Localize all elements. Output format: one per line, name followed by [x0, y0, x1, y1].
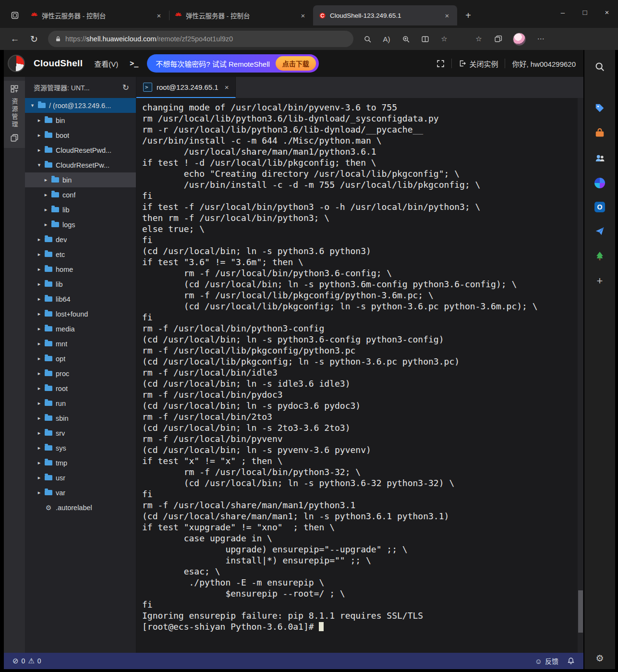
menu-view[interactable]: 查看(V) — [91, 57, 121, 71]
tree-item-cloudresetpwd[interactable]: ▸CloudResetPwd... — [25, 143, 136, 158]
tree-item-proc[interactable]: ▸proc — [25, 366, 136, 381]
tree-item-sbin[interactable]: ▸sbin — [25, 411, 136, 426]
download-button[interactable]: 点击下载 — [276, 56, 316, 71]
tree-item-srv[interactable]: ▸srv — [25, 426, 136, 440]
url-input[interactable]: https://shell.huaweicloud.com/remote/zf2… — [48, 31, 353, 47]
browser-tab-3-active[interactable]: CloudShell-123.249.65.1 × — [313, 5, 457, 25]
chevron-right-icon[interactable]: ▸ — [36, 400, 43, 406]
activity-resource-section[interactable]: 资源管理 — [4, 81, 25, 148]
tree-item-conf[interactable]: ▸conf — [25, 187, 136, 202]
sidebar-designer-icon[interactable] — [594, 177, 606, 189]
tree-item-lost-found[interactable]: ▸lost+found — [25, 306, 136, 321]
terminal-scrollbar[interactable] — [578, 98, 583, 653]
maximize-button[interactable]: □ — [574, 3, 596, 21]
copy-icon[interactable] — [10, 134, 19, 142]
search-icon[interactable] — [359, 31, 376, 47]
tree-item-dev[interactable]: ▸dev — [25, 232, 136, 247]
sidebar-people-icon[interactable] — [594, 152, 606, 164]
tree-item-logs[interactable]: ▸logs — [25, 217, 136, 232]
tree-item-lib[interactable]: ▸lib — [25, 277, 136, 292]
sidebar-tag-icon[interactable] — [594, 102, 606, 114]
tab-close-icon[interactable]: × — [154, 10, 164, 21]
more-menu-icon[interactable]: ⋯ — [533, 31, 549, 47]
chevron-right-icon[interactable]: ▸ — [36, 147, 43, 153]
tree-item-lib[interactable]: ▸lib — [25, 202, 136, 217]
refresh-button[interactable]: ↻ — [26, 31, 42, 47]
chevron-down-icon[interactable]: ▾ — [36, 162, 43, 168]
chevron-right-icon[interactable]: ▸ — [36, 341, 43, 347]
notifications-bell-icon[interactable] — [567, 657, 575, 665]
tree-item-autorelabel[interactable]: ⚙.autorelabel — [25, 500, 136, 515]
browser-tab-2[interactable]: 弹性云服务器 - 控制台 × — [169, 6, 313, 25]
split-screen-icon[interactable] — [417, 31, 433, 47]
back-button[interactable]: ← — [7, 31, 23, 47]
chevron-right-icon[interactable]: ▸ — [36, 251, 43, 257]
new-tab-button[interactable]: + — [460, 7, 476, 24]
tree-item-bin[interactable]: ▸bin — [25, 113, 136, 128]
problems-indicator[interactable]: ⊘ 0 ⚠ 0 — [12, 657, 41, 665]
tree-item-home[interactable]: ▸home — [25, 262, 136, 277]
chevron-right-icon[interactable]: ▸ — [36, 311, 43, 317]
chevron-right-icon[interactable]: ▸ — [36, 266, 43, 272]
tree-item-etc[interactable]: ▸etc — [25, 247, 136, 262]
collections-icon[interactable] — [490, 31, 506, 47]
tree-item-var[interactable]: ▸var — [25, 485, 136, 500]
chevron-right-icon[interactable]: ▸ — [36, 117, 43, 123]
tree-item-bin[interactable]: ▸bin — [25, 172, 136, 187]
chevron-right-icon[interactable]: ▸ — [36, 415, 43, 421]
chevron-right-icon[interactable]: ▸ — [42, 207, 49, 213]
profile-avatar[interactable] — [513, 33, 526, 46]
chevron-right-icon[interactable]: ▸ — [36, 236, 43, 243]
terminal-tab-close-icon[interactable]: × — [225, 83, 229, 91]
chevron-right-icon[interactable]: ▸ — [36, 385, 43, 391]
tree-item-media[interactable]: ▸media — [25, 321, 136, 336]
chevron-right-icon[interactable]: ▸ — [36, 370, 43, 377]
add-favorite-icon[interactable]: ☆ — [436, 31, 452, 47]
chevron-right-icon[interactable]: ▸ — [36, 281, 43, 287]
tree-item-tmp[interactable]: ▸tmp — [25, 455, 136, 470]
chevron-right-icon[interactable]: ▸ — [36, 489, 43, 496]
chevron-right-icon[interactable]: ▸ — [42, 192, 49, 198]
sidebar-outlook-icon[interactable]: O — [594, 202, 605, 212]
scrollbar-thumb[interactable] — [578, 590, 583, 633]
tree-item-root-123-249-6[interactable]: ▾/ (root@123.249.6... — [25, 98, 136, 113]
terminal-prompt-icon[interactable]: >_ — [130, 59, 138, 68]
feedback-button[interactable]: ☺ 反馈 — [535, 656, 558, 666]
minimize-button[interactable]: – — [552, 3, 574, 21]
tree-item-usr[interactable]: ▸usr — [25, 470, 136, 485]
browser-tab-1[interactable]: 弹性云服务器 - 控制台 × — [25, 6, 169, 25]
fullscreen-button[interactable] — [436, 60, 445, 68]
tree-item-opt[interactable]: ▸opt — [25, 351, 136, 366]
chevron-right-icon[interactable]: ▸ — [36, 132, 43, 138]
chevron-right-icon[interactable]: ▸ — [36, 475, 43, 481]
chevron-right-icon[interactable]: ▸ — [36, 445, 43, 451]
tree-item-mnt[interactable]: ▸mnt — [25, 336, 136, 351]
terminal-tab[interactable]: > root@123.249.65.1 × — [136, 77, 236, 98]
close-instance-button[interactable]: 关闭实例 — [459, 59, 498, 69]
read-aloud-icon[interactable]: A) — [378, 31, 395, 47]
remoteshell-promo-banner[interactable]: 不想每次输密码? 试试 RemoteShell 点击下载 — [147, 54, 319, 73]
terminal-screen[interactable]: changing mode of /usr/local/bin/pyvenv-3… — [136, 98, 583, 653]
sidebar-settings-gear-icon[interactable]: ⚙ — [594, 652, 606, 664]
tree-item-cloudrresetpw[interactable]: ▾CloudrResetPw... — [25, 158, 136, 172]
tree-item-lib64[interactable]: ▸lib64 — [25, 292, 136, 306]
close-window-button[interactable]: × — [596, 3, 618, 21]
chevron-right-icon[interactable]: ▸ — [36, 296, 43, 302]
chevron-right-icon[interactable]: ▸ — [36, 326, 43, 332]
favorites-star-icon[interactable]: ☆ — [471, 31, 487, 47]
chevron-right-icon[interactable]: ▸ — [36, 460, 43, 466]
chevron-right-icon[interactable]: ▸ — [36, 430, 43, 436]
tab-close-icon[interactable]: × — [298, 10, 308, 21]
explorer-refresh-icon[interactable]: ↻ — [122, 83, 129, 93]
tab-close-icon[interactable]: × — [442, 10, 452, 21]
tree-item-sys[interactable]: ▸sys — [25, 440, 136, 455]
chevron-right-icon[interactable]: ▸ — [42, 177, 49, 183]
sidebar-tree-icon[interactable] — [594, 250, 606, 262]
zoom-icon[interactable] — [398, 31, 414, 47]
chevron-right-icon[interactable]: ▸ — [42, 221, 49, 228]
tree-item-root[interactable]: ▸root — [25, 381, 136, 396]
tree-item-run[interactable]: ▸run — [25, 396, 136, 411]
resource-manager-icon[interactable] — [10, 85, 19, 93]
chevron-down-icon[interactable]: ▾ — [29, 102, 36, 109]
tree-item-boot[interactable]: ▸boot — [25, 128, 136, 143]
